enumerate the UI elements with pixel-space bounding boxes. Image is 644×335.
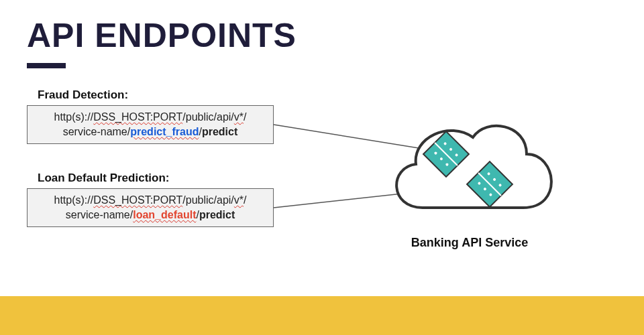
url-version: v* <box>234 194 244 206</box>
cloud-label: Banking API Service <box>382 236 557 250</box>
url-slash: / <box>244 111 246 123</box>
fraud-label: Fraud Detection: <box>38 88 128 102</box>
url-suffix: predict <box>199 209 235 220</box>
cloud-icon <box>376 100 564 234</box>
url-slash: / <box>244 194 246 206</box>
url-service: service-name <box>66 209 130 220</box>
url-key-fraud: predict_fraud <box>130 126 199 137</box>
url-host: DSS_HOST:PORT <box>93 111 182 123</box>
url-suffix: predict <box>202 126 237 137</box>
page-title: API ENDPOINTS <box>27 16 297 55</box>
footer-bar <box>0 296 644 335</box>
url-version: v* <box>234 111 244 123</box>
title-underline <box>27 63 66 68</box>
url-key-loan: loan_default <box>133 209 196 220</box>
url-service: service-name <box>63 126 127 137</box>
fraud-endpoint-box: http(s)://DSS_HOST:PORT/public/api/v*/ s… <box>27 105 274 144</box>
url-path: /public/api/ <box>182 194 234 206</box>
loan-label: Loan Default Prediction: <box>38 172 169 185</box>
url-path: /public/api/ <box>182 111 234 123</box>
fraud-endpoint-text: http(s)://DSS_HOST:PORT/public/api/v*/ s… <box>54 110 247 139</box>
loan-endpoint-text: http(s)://DSS_HOST:PORT/public/api/v*/ s… <box>54 193 247 222</box>
url-prefix: http(s):// <box>54 111 94 123</box>
url-host: DSS_HOST:PORT <box>93 194 182 206</box>
url-prefix: http(s):// <box>54 194 94 206</box>
loan-endpoint-box: http(s)://DSS_HOST:PORT/public/api/v*/ s… <box>27 188 274 227</box>
